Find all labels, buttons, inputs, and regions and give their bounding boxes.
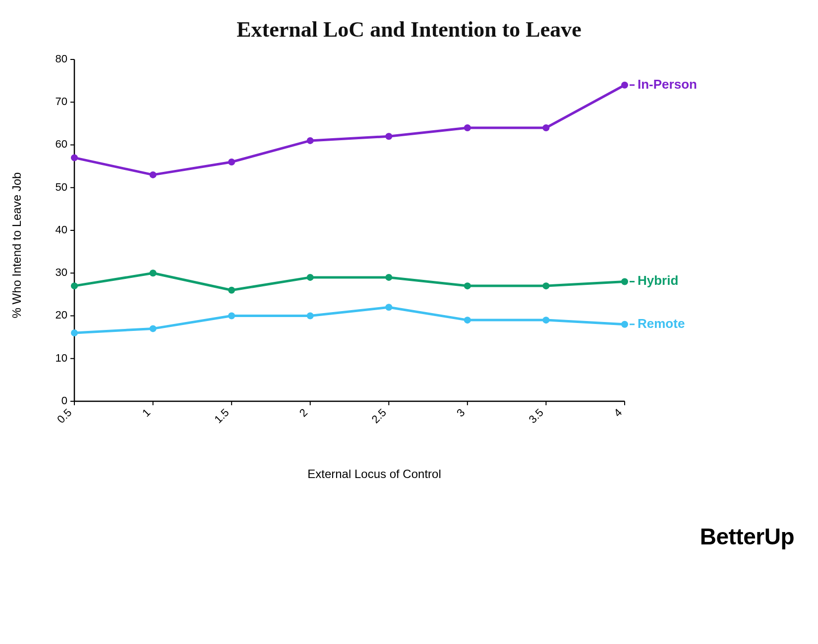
series-point	[621, 321, 628, 328]
y-tick-label: 80	[56, 54, 67, 65]
chart-title: External LoC and Intention to Leave	[20, 17, 798, 42]
series-point	[464, 282, 471, 289]
series-line-hybrid	[74, 273, 625, 290]
y-tick-label: 10	[56, 352, 67, 364]
x-tick-label: 3	[454, 406, 467, 419]
x-tick-label: 1	[140, 406, 153, 419]
y-tick-label: 0	[61, 394, 67, 407]
series-point	[307, 274, 314, 281]
chart-svg: 010203040506070800.511.522.533.54In-Pers…	[50, 54, 699, 436]
series-label-remote: Remote	[638, 316, 685, 331]
plot-area: 010203040506070800.511.522.533.54In-Pers…	[50, 54, 699, 436]
series-point	[307, 137, 314, 144]
series-point	[542, 317, 549, 323]
series-point	[621, 278, 628, 285]
chart-container: External LoC and Intention to Leave 0102…	[0, 0, 818, 644]
x-tick-label: 3.5	[526, 406, 546, 426]
y-tick-label: 40	[56, 223, 67, 236]
y-tick-label: 50	[56, 181, 67, 193]
series-point	[464, 317, 471, 323]
series-point	[621, 82, 628, 89]
series-point	[71, 329, 78, 336]
y-tick-label: 30	[56, 266, 67, 278]
series-point	[228, 159, 235, 165]
series-line-in-person	[74, 85, 625, 175]
series-point	[385, 274, 392, 281]
series-point	[150, 325, 157, 332]
series-line-remote	[74, 307, 625, 333]
x-tick-label: 4	[611, 406, 624, 419]
series-label-hybrid: Hybrid	[638, 273, 678, 288]
series-point	[71, 282, 78, 289]
series-point	[71, 154, 78, 161]
x-tick-label: 2	[297, 406, 310, 419]
x-axis-label: External Locus of Control	[307, 467, 441, 481]
series-point	[385, 304, 392, 311]
series-label-in-person: In-Person	[638, 77, 697, 92]
series-point	[228, 313, 235, 320]
y-tick-label: 20	[56, 309, 67, 321]
series-point	[542, 282, 549, 289]
y-tick-label: 70	[56, 95, 67, 107]
series-point	[228, 287, 235, 294]
series-point	[464, 124, 471, 131]
x-tick-label: 1.5	[212, 406, 231, 426]
y-tick-label: 60	[56, 138, 67, 150]
series-point	[542, 124, 549, 131]
x-tick-label: 0.5	[55, 406, 74, 426]
y-axis-label: % Who Intend to Leave Job	[10, 172, 23, 319]
series-point	[307, 313, 314, 320]
brand-logo: BetterUp	[700, 523, 794, 550]
series-point	[385, 133, 392, 140]
series-point	[150, 171, 157, 178]
x-tick-label: 2.5	[369, 406, 389, 426]
series-point	[150, 269, 157, 276]
